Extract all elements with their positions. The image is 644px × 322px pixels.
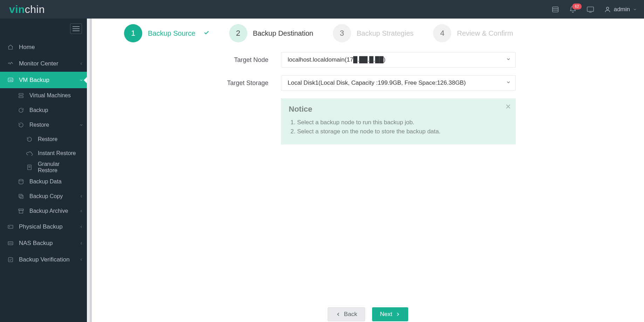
user-menu[interactable]: admin [604,6,637,13]
verify-icon [6,257,15,263]
nas-icon: NAS [6,240,15,246]
sidebar: Home Monitor Center VM VM Backup Virtual… [0,19,87,322]
chevron-left-icon [79,257,83,264]
sidebar-item-virtual-machines[interactable]: Virtual Machines [0,88,87,103]
svg-rect-9 [19,96,23,98]
sidebar-item-backup-archive[interactable]: Backup Archive [0,204,87,218]
chevron-down-icon [633,7,637,12]
screen-icon[interactable] [587,6,594,13]
step-backup-destination[interactable]: 2 Backup Destination [229,24,313,42]
svg-point-13 [19,179,23,181]
next-label: Next [380,311,392,318]
step-backup-strategies[interactable]: 3 Backup Strategies [333,24,413,42]
check-icon [203,29,210,37]
step-label: Backup Strategies [357,29,413,37]
sidebar-item-label: Backup Archive [29,208,68,214]
user-label: admin [614,6,630,13]
step-number: 2 [229,24,247,42]
sidebar-item-physical-backup[interactable]: Physical Backup [0,218,87,235]
step-label: Backup Source [148,29,196,37]
topbar: vinchin 62 admin [0,0,644,19]
sidebar-item-label: Virtual Machines [29,92,71,99]
svg-point-5 [606,7,609,9]
sidebar-toggle[interactable] [70,23,82,34]
sidebar-item-backup[interactable]: Backup [0,103,87,118]
sidebar-item-nas-backup[interactable]: NAS NAS Backup [0,235,87,251]
row-target-storage: Target Storage Local Disk1(Local Disk, C… [134,75,547,91]
chevron-down-icon [79,77,83,84]
target-storage-select[interactable]: Local Disk1(Local Disk, Capacity :199.9G… [281,75,516,91]
sidebar-item-backup-data[interactable]: Backup Data [0,174,87,189]
sidebar-item-label: VM Backup [19,77,49,84]
server-icon [17,92,25,99]
main-content: 1 Backup Source 2 Backup Destination 3 B… [90,19,644,322]
chevron-left-icon [79,240,83,247]
target-storage-label: Target Storage [134,79,281,87]
step-number: 3 [333,24,351,42]
wizard-footer: Back Next [92,305,644,322]
svg-rect-17 [19,210,23,213]
sidebar-item-label: Restore [29,122,49,128]
home-icon [6,44,15,50]
database-icon [17,178,25,185]
close-icon[interactable]: × [506,102,511,111]
svg-rect-15 [19,194,22,197]
archive-icon [17,208,25,214]
sidebar-item-label: Backup Data [29,178,62,185]
back-button[interactable]: Back [328,307,365,321]
copy-icon [17,193,25,200]
jobs-icon[interactable] [551,6,559,13]
sidebar-item-label: Backup Verification [19,256,70,263]
chevron-down-icon [506,56,511,63]
sidebar-item-backup-copy[interactable]: Backup Copy [0,189,87,204]
sidebar-item-instant-restore[interactable]: Instant Restore [0,146,87,160]
target-storage-value: Local Disk1(Local Disk, Capacity :199.9G… [288,79,466,86]
target-node-value: localhost.localdomain(17█.██.█.██) [288,56,385,63]
physical-icon [6,224,15,230]
svg-rect-22 [8,258,13,262]
sidebar-item-vm-backup[interactable]: VM VM Backup [0,72,87,88]
step-label: Backup Destination [253,29,313,37]
user-icon [604,6,611,13]
vm-icon: VM [6,77,15,83]
svg-point-19 [9,226,10,227]
sidebar-item-granular-restore[interactable]: Granular Restore [0,160,87,174]
wizard-steps: 1 Backup Source 2 Backup Destination 3 B… [92,21,644,52]
sidebar-item-label: Physical Backup [19,223,63,230]
file-icon [25,164,34,170]
notifications-icon[interactable]: 62 [569,6,577,13]
chevron-left-icon [79,194,83,200]
notice-title: Notice [289,105,508,114]
refresh-icon [17,107,25,113]
step-label: Review & Confirm [457,29,513,37]
arrow-left-icon [336,312,341,317]
undo-icon [17,122,25,128]
step-review-confirm[interactable]: 4 Review & Confirm [433,24,513,42]
sidebar-item-restore[interactable]: Restore [0,118,87,132]
sidebar-item-label: Restore [38,136,57,142]
svg-rect-3 [587,7,594,11]
sidebar-item-restore-sub[interactable]: Restore [0,132,87,146]
notice-item: Select a storage on the node to store th… [297,127,508,136]
sidebar-item-monitor[interactable]: Monitor Center [0,55,87,72]
brand-logo: vinchin [9,4,45,15]
sidebar-item-backup-verification[interactable]: Backup Verification [0,251,87,268]
sidebar-item-label: Monitor Center [19,60,58,67]
next-button[interactable]: Next [372,307,408,321]
svg-rect-14 [20,195,23,198]
svg-rect-0 [552,7,558,12]
row-target-node: Target Node localhost.localdomain(17█.██… [134,52,547,68]
svg-text:NAS: NAS [9,242,12,244]
sidebar-item-home[interactable]: Home [0,39,87,55]
arrow-right-icon [395,312,400,317]
step-number: 4 [433,24,451,42]
step-backup-source[interactable]: 1 Backup Source [124,24,210,42]
undo-icon [25,136,34,142]
chevron-down-icon [506,79,511,86]
sidebar-item-label: Instant Restore [38,150,76,156]
brand-prefix: vin [9,4,25,15]
form-zone: Target Node localhost.localdomain(17█.██… [92,52,547,91]
notification-badge: 62 [572,4,581,9]
notice-panel: × Notice Select a backup node to run thi… [281,98,516,145]
target-node-select[interactable]: localhost.localdomain(17█.██.█.██) [281,52,516,68]
